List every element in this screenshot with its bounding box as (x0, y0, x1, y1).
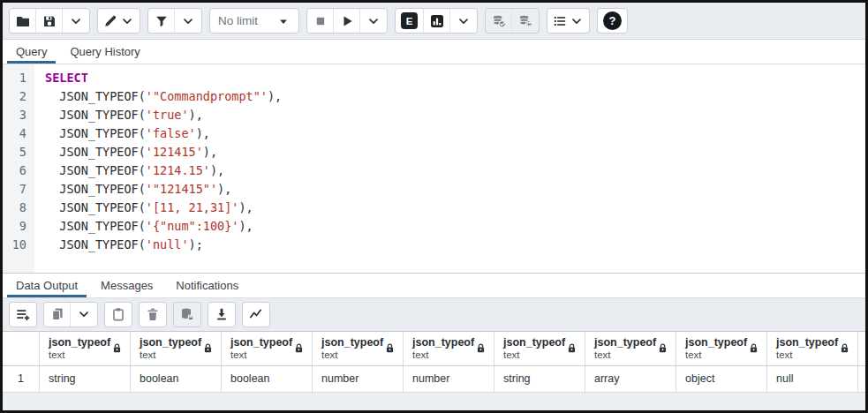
lock-icon (657, 342, 668, 354)
file-group (9, 8, 90, 34)
help-badge: ? (603, 11, 622, 30)
save-data-changes-button[interactable] (174, 303, 200, 327)
code-segment-plain: JSON_TYPEOF( (45, 237, 146, 252)
code-segment-string: '{"num":100}' (146, 219, 239, 233)
code-segment-plain: ), (189, 108, 203, 122)
row-number-header (3, 332, 40, 365)
data-cell-2[interactable]: boolean (131, 366, 222, 392)
help-button[interactable]: ? (598, 9, 627, 33)
line-number: 1 (3, 69, 26, 87)
folder-icon (16, 14, 30, 28)
line-number: 4 (3, 124, 26, 143)
line-number: 10 (3, 236, 26, 254)
grid-empty-area (3, 393, 865, 411)
column-header-9[interactable]: json_typeoftext (767, 332, 858, 365)
explain-options-button[interactable] (450, 9, 477, 33)
column-header-2[interactable]: json_typeoftext (131, 332, 222, 365)
tab-query[interactable]: Query (4, 40, 58, 64)
rollback-button[interactable] (512, 9, 539, 33)
line-number: 2 (3, 87, 26, 106)
play-icon (340, 14, 354, 28)
column-header-8[interactable]: json_typeoftext (676, 332, 767, 365)
tab-notifications[interactable]: Notifications (164, 274, 250, 297)
code-segment-plain: JSON_TYPEOF( (45, 126, 146, 140)
data-cell-3[interactable]: boolean (222, 366, 313, 392)
copy-icon (50, 307, 64, 321)
analyze-chart-icon (430, 14, 444, 28)
tab-data-output[interactable]: Data Output (4, 274, 89, 297)
row-limit-select[interactable]: No limit (210, 9, 298, 33)
column-header-5[interactable]: json_typeoftext (404, 332, 494, 365)
transaction-group (485, 8, 540, 34)
filter-button[interactable] (148, 9, 175, 33)
sql-code[interactable]: SELECT JSON_TYPEOF('"Commandprompt"'), J… (34, 64, 282, 273)
code-segment-string: '"Commandprompt"' (146, 89, 268, 103)
code-segment-string: 'false' (146, 126, 196, 140)
column-name: json_typeof (776, 336, 838, 349)
save-options-button[interactable] (63, 9, 89, 33)
column-header-text: json_typeoftext (49, 336, 110, 361)
filter-options-button[interactable] (175, 9, 201, 33)
column-header-text: json_typeoftext (503, 336, 565, 361)
save-file-button[interactable] (36, 9, 63, 33)
chevron-down-icon (366, 14, 381, 28)
code-segment-string: '1214.15' (146, 163, 210, 177)
data-cell-6[interactable]: string (494, 366, 585, 392)
code-line: SELECT (45, 69, 282, 87)
column-header-4[interactable]: json_typeoftext (313, 332, 404, 365)
macro-menu-button[interactable] (547, 9, 589, 33)
execute-button[interactable] (334, 9, 360, 33)
code-line: JSON_TYPEOF('true'), (45, 106, 282, 124)
paste-button[interactable] (105, 303, 132, 327)
column-header-3[interactable]: json_typeoftext (222, 332, 313, 365)
tab-messages[interactable]: Messages (89, 274, 164, 297)
copy-options-button[interactable] (71, 303, 97, 327)
data-cell-4[interactable]: number (313, 366, 404, 392)
column-header-6[interactable]: json_typeoftext (494, 332, 585, 365)
macro-group (547, 8, 590, 34)
code-segment-plain: ), (210, 163, 224, 177)
execute-options-button[interactable] (360, 9, 387, 33)
explain-button[interactable]: E (396, 9, 424, 33)
data-cell-1[interactable]: string (40, 366, 131, 392)
save-icon (42, 14, 57, 28)
edit-menu-button[interactable] (98, 9, 140, 33)
caret-down-icon (276, 14, 291, 28)
code-segment-string: 'null' (146, 237, 189, 252)
add-row-button[interactable] (10, 303, 36, 327)
code-segment-plain: JSON_TYPEOF( (45, 182, 146, 196)
query-toolbar: No limitE? (3, 3, 865, 40)
data-cell-9[interactable]: null (767, 366, 858, 392)
tab-query-history[interactable]: Query History (58, 40, 151, 64)
edit-group (97, 8, 140, 34)
column-header-1[interactable]: json_typeoftext (40, 332, 131, 365)
chevron-down-icon (120, 14, 134, 28)
code-segment-plain: ), (238, 219, 253, 233)
graph-visualiser-button[interactable] (243, 303, 269, 327)
column-name: json_typeof (140, 336, 201, 349)
delete-row-button[interactable] (140, 303, 166, 327)
commit-button[interactable] (486, 9, 512, 33)
chevron-down-icon (77, 307, 91, 321)
stop-button[interactable] (307, 9, 334, 33)
open-file-button[interactable] (10, 9, 36, 33)
grid-body: 1stringbooleanbooleannumbernumberstringa… (3, 366, 865, 393)
row-number-cell[interactable]: 1 (3, 366, 40, 392)
chevron-down-icon (69, 14, 83, 28)
column-header-7[interactable]: json_typeoftext (585, 332, 676, 365)
column-type: text (321, 349, 383, 361)
code-segment-plain: JSON_TYPEOF( (45, 108, 146, 122)
sql-editor[interactable]: 12345678910 SELECT JSON_TYPEOF('"Command… (3, 64, 865, 274)
explain-analyze-button[interactable] (424, 9, 450, 33)
code-line: JSON_TYPEOF('"121415"'), (45, 180, 282, 199)
data-cell-8[interactable]: object (676, 366, 767, 392)
data-cell-5[interactable]: number (404, 366, 494, 392)
lock-icon (293, 342, 305, 354)
column-type: text (594, 349, 656, 361)
save-results-to-file-button[interactable] (208, 303, 235, 327)
code-line: JSON_TYPEOF('1214.15'), (45, 161, 282, 180)
copy-button[interactable] (44, 303, 71, 327)
delete-group (139, 302, 167, 327)
code-line: JSON_TYPEOF('121415'), (45, 143, 282, 161)
data-cell-7[interactable]: array (585, 366, 676, 392)
